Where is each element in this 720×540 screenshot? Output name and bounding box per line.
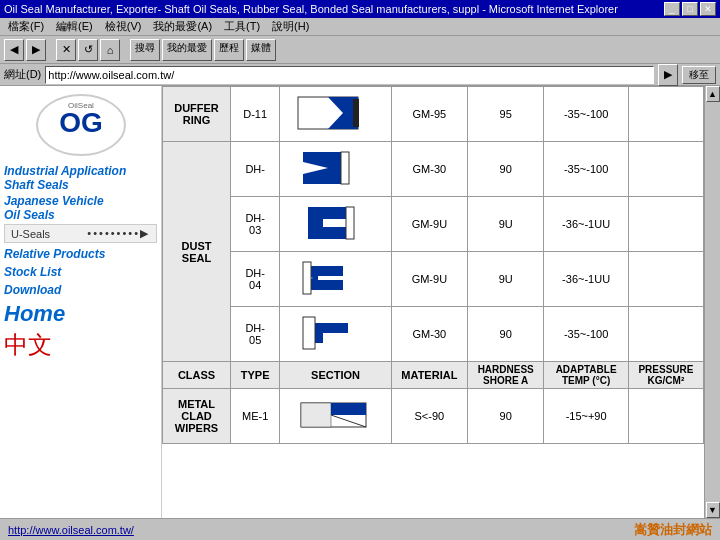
statusbar: http://www.oilseal.com.tw/ 嵩贊油封網站 [0,518,720,540]
svg-rect-13 [303,317,315,349]
type-cell: D-11 [231,87,280,142]
favorites-button[interactable]: 我的最愛 [162,39,212,61]
sidebar-item-japanese[interactable]: Japanese VehicleOil Seals [4,194,157,222]
media-button[interactable]: 媒體 [246,39,276,61]
section-cell [280,307,391,362]
sidebar-item-relative[interactable]: Relative Products [4,247,157,261]
hardness-cell: 90 [468,142,544,197]
material-cell: GM-30 [391,307,467,362]
temp-cell: -35~-100 [544,87,628,142]
section-cell [280,197,391,252]
address-input[interactable] [45,66,654,84]
addressbar-go[interactable]: ▶ [658,64,678,86]
content-area: OG OilSeal Industrial ApplicationShaft S… [0,86,720,518]
svg-rect-11 [303,262,311,294]
category-metalclad: METALCLADWIPERS [163,389,231,444]
history-button[interactable]: 歷程 [214,39,244,61]
category-duffer: DUFFERRING [163,87,231,142]
sidebar-item-home[interactable]: Home [4,301,157,327]
svg-marker-12 [313,323,348,343]
svg-text:OilSeal: OilSeal [68,101,94,110]
table-row: DH-05 GM-30 90 -35~-100 [163,307,704,362]
status-brand: 嵩贊油封網站 [634,521,712,539]
material-cell: GM-9U [391,197,467,252]
useals-label: U-Seals [11,228,50,240]
section-cell [280,389,391,444]
window-controls[interactable]: _ □ ✕ [664,2,716,16]
hardness-cell: 9U [468,252,544,307]
svg-rect-7 [341,152,349,184]
table-row: DH-04 GM-9U 9U -36~-1UU [163,252,704,307]
type-cell: DH- [231,142,280,197]
hardness-cell: 9U [468,197,544,252]
sidebar-item-stocklist[interactable]: Stock List [4,265,157,279]
col-header-section: SECTION [280,362,391,389]
home-button[interactable]: ⌂ [100,39,120,61]
temp-cell: -35~-100 [544,307,628,362]
forward-button[interactable]: ▶ [26,39,46,61]
svg-text:OG: OG [59,107,103,138]
hardness-cell: 90 [468,307,544,362]
type-cell: DH-04 [231,252,280,307]
menu-help[interactable]: 說明(H) [268,18,313,35]
sidebar-item-useals[interactable]: U-Seals •••••••••▶ [4,224,157,243]
hardness-cell: 95 [468,87,544,142]
menu-tools[interactable]: 工具(T) [220,18,264,35]
menu-favorites[interactable]: 我的最愛(A) [149,18,216,35]
menu-view[interactable]: 檢視(V) [101,18,146,35]
search-button[interactable]: 搜尋 [130,39,160,61]
scroll-down-button[interactable]: ▼ [706,502,720,518]
go-button[interactable]: 移至 [682,66,716,84]
table-row: DH-03 GM-9U 9U -36~-1UU [163,197,704,252]
section-cell [280,87,391,142]
svg-marker-6 [303,152,343,184]
category-dustseal: DUSTSEAL [163,142,231,362]
type-cell: DH-05 [231,307,280,362]
sidebar: OG OilSeal Industrial ApplicationShaft S… [0,86,162,518]
minimize-button[interactable]: _ [664,2,680,16]
svg-rect-9 [346,207,354,239]
svg-marker-8 [308,207,348,239]
material-cell: GM-95 [391,87,467,142]
section-cell [280,252,391,307]
material-cell: GM-30 [391,142,467,197]
col-header-class: CLASS [163,362,231,389]
refresh-button[interactable]: ↺ [78,39,98,61]
pressure-cell [628,87,703,142]
temp-cell: -36~-1UU [544,197,628,252]
menubar: 檔案(F) 編輯(E) 檢視(V) 我的最愛(A) 工具(T) 說明(H) [0,18,720,36]
section-cell [280,142,391,197]
pressure-cell [628,307,703,362]
scrollbar[interactable]: ▲ ▼ [704,86,720,518]
sidebar-item-chinese[interactable]: 中文 [4,329,157,361]
menu-file[interactable]: 檔案(F) [4,18,48,35]
material-cell: GM-9U [391,252,467,307]
table-row: METALCLADWIPERS ME-1 S<-90 90 -15~+90 [163,389,704,444]
svg-rect-5 [353,99,359,127]
svg-marker-16 [331,403,366,415]
maximize-button[interactable]: □ [682,2,698,16]
temp-cell: -15~+90 [544,389,628,444]
svg-marker-10 [308,266,343,290]
pressure-cell [628,142,703,197]
product-area: DUFFERRING D-11 GM-95 95 -35~-100 DUSTSE… [162,86,704,518]
col-header-temp: ADAPTABLETEMP (°C) [544,362,628,389]
material-cell: S<-90 [391,389,467,444]
sidebar-item-industrial[interactable]: Industrial ApplicationShaft Seals [4,164,157,192]
stop-button[interactable]: ✕ [56,39,76,61]
svg-marker-15 [301,403,331,427]
type-cell: ME-1 [231,389,280,444]
toolbar: ◀ ▶ ✕ ↺ ⌂ 搜尋 我的最愛 歷程 媒體 [0,36,720,64]
temp-cell: -35~-100 [544,142,628,197]
menu-edit[interactable]: 編輯(E) [52,18,97,35]
scroll-up-button[interactable]: ▲ [706,86,720,102]
table-row: DUSTSEAL DH- GM-30 90 -35~-100 [163,142,704,197]
status-url[interactable]: http://www.oilseal.com.tw/ [8,524,134,536]
company-logo: OG OilSeal [31,90,131,160]
sidebar-item-download[interactable]: Download [4,283,157,297]
close-button[interactable]: ✕ [700,2,716,16]
table-header-row: CLASS TYPE SECTION MATERIAL HARDNESSSHOR… [163,362,704,389]
back-button[interactable]: ◀ [4,39,24,61]
hardness-cell: 90 [468,389,544,444]
address-label: 網址(D) [4,67,41,82]
